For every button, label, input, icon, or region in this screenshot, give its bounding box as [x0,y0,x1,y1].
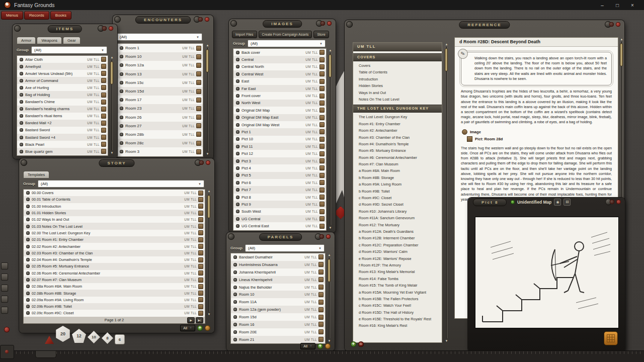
image-row[interactable]: Original DM Map UM TLL [233,107,326,114]
item-row[interactable]: Amethyst UM TLL [17,63,108,70]
toc-item[interactable]: e Room #15E: Threshold to the Royals' Re… [353,316,442,322]
toc-item[interactable]: e Room #12E: Warriors' Repose [353,255,442,262]
module-link-icon[interactable] [101,85,106,90]
scroll-down-icon[interactable]: ▼ [110,151,114,155]
encounter-row[interactable]: Room 12a UM TLL [117,61,203,69]
module-link-icon[interactable] [318,337,324,342]
toc-item[interactable]: Ways In and Out [353,89,442,96]
module-link-icon[interactable] [319,173,325,178]
toc-item[interactable]: Room #10: Johanna's Library [353,208,442,215]
scroll-down-icon[interactable]: ▼ [205,152,210,156]
story-window-header[interactable]: STORY [19,158,214,167]
module-link-icon[interactable] [198,230,203,235]
module-link-icon[interactable] [319,101,325,106]
module-link-icon[interactable] [319,115,325,120]
module-link-icon[interactable] [319,129,325,134]
module-link-icon[interactable] [318,300,324,305]
scroll-thumb[interactable] [207,195,210,218]
module-link-icon[interactable] [196,89,201,94]
scroll-up-icon[interactable]: ▲ [328,48,333,52]
modifier-token[interactable] [4,327,10,332]
scroll-thumb[interactable] [110,61,113,84]
toc-item[interactable]: a Room #9A: Living Room [353,181,442,188]
images-group-dropdown[interactable]: (All)▼ [248,40,326,47]
parcel-row[interactable]: Huntmistress Dhusarra UM TLL [231,261,325,268]
module-link-icon[interactable] [198,278,203,283]
image-row[interactable]: South West UM TLL [233,208,326,215]
story-row[interactable]: 00.01 Table of Contents UM TLL [24,196,205,203]
module-link-icon[interactable] [101,78,106,83]
module-link-icon[interactable] [196,132,201,137]
scroll-thumb[interactable] [329,54,332,77]
module-link-icon[interactable] [319,195,325,200]
reference-window-header[interactable]: REFERENCE [345,20,624,29]
module-link-icon[interactable] [198,304,203,309]
item-row[interactable]: Bastard Sword UM TLL [17,127,108,134]
parcel-row[interactable]: Lineus Kherrispehril UM TLL [231,276,325,284]
module-link-icon[interactable] [319,224,325,229]
toc-item[interactable]: Room #2: Antechamber [353,127,442,134]
items-tab[interactable]: Armor [17,37,36,44]
close-window-button[interactable] [616,200,621,204]
module-link-icon[interactable] [101,107,106,112]
toc-item[interactable]: Introduction [353,76,442,82]
image-row[interactable]: UG Central UM TLL [233,215,326,222]
image-row[interactable]: Original DM Map West UM TLL [233,121,326,128]
images-window-header[interactable]: IMAGES [229,19,336,28]
item-row[interactable]: Bandaerl's ritual items UM TLL [17,113,108,120]
close-window-button[interactable] [205,17,209,22]
toc-item[interactable]: Room #3: Chamber of the Clan [353,134,442,141]
image-row[interactable]: Pict 9 UM TLL [233,201,326,208]
eye-icon[interactable]: ◉ [554,199,561,206]
module-link-icon[interactable] [319,158,325,163]
module-link-icon[interactable] [318,285,324,290]
module-link-icon[interactable] [196,106,201,111]
toc-item[interactable]: d Room #15D: The Hall of History [353,309,442,316]
module-link-icon[interactable] [196,46,201,51]
toc-item[interactable]: Hidden Stories [353,82,442,89]
items-window-header[interactable]: ITEMS [13,24,117,33]
module-link-icon[interactable] [319,202,325,207]
module-link-icon[interactable] [319,188,325,193]
module-link-icon[interactable] [319,144,325,149]
d10-die[interactable]: 10 [88,331,100,343]
scroll-up-icon[interactable]: ▲ [207,189,211,193]
item-row[interactable]: Axe of Hurling UM TLL [17,84,108,91]
module-link-icon[interactable] [318,262,324,267]
module-link-icon[interactable] [196,63,201,68]
module-link-icon[interactable] [198,291,203,296]
parcel-row[interactable]: Johanna Kherrispehril UM TLL [231,268,325,276]
minimized-window-icon[interactable] [1,307,8,314]
module-link-icon[interactable] [101,93,106,98]
module-link-icon[interactable] [198,250,203,255]
story-row[interactable]: 02.06 Room #6: Ceremonial Antechamber UM… [24,270,205,277]
menu-button[interactable]: Books [50,11,71,20]
item-row[interactable]: Armor of Command UM TLL [17,77,108,84]
d6-die[interactable]: 6 [115,334,125,344]
scroll-up-icon[interactable]: ▲ [205,43,210,47]
item-row[interactable]: Bandaerl's healing charms UM TLL [17,106,108,113]
image-row[interactable]: Pict 3 UM TLL [233,157,326,164]
image-row[interactable]: Pict 10 UM TLL [233,136,326,143]
story-row[interactable]: 02.04 Room #4: Dumathoin's Temple UM TLL [24,256,205,263]
toc-item[interactable]: The Lost Level: Dungeon Key [353,114,442,120]
module-link-icon[interactable] [196,115,201,120]
scroll-up-icon[interactable]: ▲ [327,253,332,257]
image-row[interactable]: Pict 4 UM TLL [233,164,326,171]
close-window-button[interactable] [109,26,113,31]
item-row[interactable]: Bastard Sword +4 UM TLL [17,134,108,141]
module-link-icon[interactable] [318,277,324,282]
story-row[interactable]: 01.01 Hidden Stories UM TLL [24,210,205,216]
story-row[interactable]: 02.09a Room #9A: Living Room UM TLL [24,297,205,303]
close-window-button[interactable] [206,160,210,165]
module-link-icon[interactable] [198,244,203,249]
module-link-icon[interactable] [101,128,106,133]
parcel-row[interactable]: Room 15d UM TLL [231,313,325,321]
module-link-icon[interactable] [198,270,203,276]
pin-button[interactable] [102,26,107,31]
scroll-up-icon[interactable]: ▲ [619,37,624,41]
parcel-row[interactable]: Bandaerl Dumatheir UM TLL [231,253,325,261]
add-record-button[interactable]: + [197,325,203,331]
encounter-row[interactable]: Room 27 UM TLL [117,122,203,130]
modifier-box[interactable] [0,345,14,359]
